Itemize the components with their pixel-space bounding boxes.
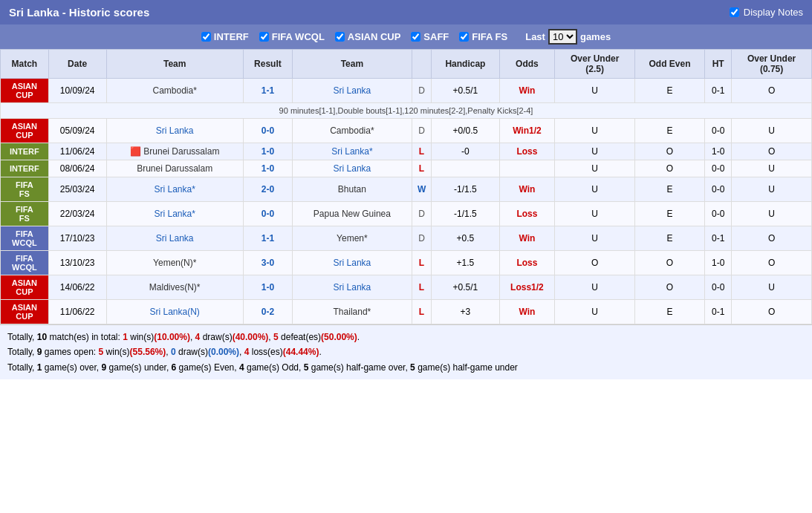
table-row: ASIANCUP 05/09/24 Sri Lanka 0-0 Cambodia… bbox=[1, 119, 812, 143]
table-header-row: Match Date Team Result Team Handicap Odd… bbox=[1, 50, 812, 79]
match-result[interactable]: 3-0 bbox=[243, 251, 292, 275]
match-handicap: +0.5/1 bbox=[432, 275, 499, 300]
team2-name[interactable]: Yemen* bbox=[293, 226, 412, 251]
over-under-25: U bbox=[555, 143, 635, 160]
col-outcome bbox=[412, 50, 432, 79]
match-handicap: +3 bbox=[432, 300, 499, 324]
team2-name[interactable]: Papua New Guinea bbox=[293, 202, 412, 226]
table-row: FIFAFS 25/03/24 Sri Lanka* 2-0 Bhutan W … bbox=[1, 177, 812, 202]
col-over-under-075: Over Under(0.75) bbox=[732, 50, 812, 79]
team2-name[interactable]: Bhutan bbox=[293, 177, 412, 202]
table-row: INTERF 08/06/24 Brunei Darussalam 1-0 Sr… bbox=[1, 160, 812, 177]
col-odd-even: Odd Even bbox=[634, 50, 704, 79]
filter-fifafs-checkbox[interactable] bbox=[459, 32, 469, 42]
filter-fifawcql[interactable]: FIFA WCQL bbox=[259, 31, 325, 42]
match-type-cell: FIFAFS bbox=[1, 177, 49, 202]
filter-interf-label: INTERF bbox=[214, 31, 249, 42]
match-outcome: D bbox=[412, 79, 432, 103]
team1-name[interactable]: Sri Lanka(N) bbox=[106, 300, 243, 324]
over-under-25: U bbox=[555, 160, 635, 177]
last-label: Last bbox=[525, 31, 545, 42]
col-ht: HT bbox=[705, 50, 732, 79]
page-title: Sri Lanka - Historic scores bbox=[9, 6, 149, 19]
odd-even: O bbox=[634, 143, 704, 160]
table-row: FIFAFS 22/03/24 Sri Lanka* 0-0 Papua New… bbox=[1, 202, 812, 226]
match-type-cell: ASIANCUP bbox=[1, 300, 49, 324]
match-result[interactable]: 0-0 bbox=[243, 119, 292, 143]
match-result[interactable]: 0-2 bbox=[243, 300, 292, 324]
match-result[interactable]: 1-0 bbox=[243, 275, 292, 300]
filter-interf[interactable]: INTERF bbox=[201, 31, 249, 42]
col-odds: Odds bbox=[499, 50, 555, 79]
match-result[interactable]: 1-0 bbox=[243, 160, 292, 177]
col-match: Match bbox=[1, 50, 49, 79]
team2-name[interactable]: Cambodia* bbox=[293, 119, 412, 143]
filter-bar: INTERF FIFA WCQL ASIAN CUP SAFF FIFA FS … bbox=[0, 24, 812, 49]
match-odds: Win bbox=[499, 177, 555, 202]
match-result[interactable]: 1-1 bbox=[243, 226, 292, 251]
filter-fifafs[interactable]: FIFA FS bbox=[459, 31, 507, 42]
match-result[interactable]: 0-0 bbox=[243, 202, 292, 226]
table-row: FIFAWCQL 13/10/23 Yemen(N)* 3-0 Sri Lank… bbox=[1, 251, 812, 275]
odd-even: E bbox=[634, 226, 704, 251]
filter-saff[interactable]: SAFF bbox=[411, 31, 449, 42]
match-date: 05/09/24 bbox=[48, 119, 106, 143]
over-under-075: O bbox=[732, 226, 812, 251]
over-under-075: U bbox=[732, 160, 812, 177]
match-handicap: -1/1.5 bbox=[432, 202, 499, 226]
match-type-cell: INTERF bbox=[1, 143, 49, 160]
match-date: 11/06/24 bbox=[48, 143, 106, 160]
match-outcome: L bbox=[412, 275, 432, 300]
odd-even: E bbox=[634, 177, 704, 202]
ht-score: 1-0 bbox=[705, 251, 732, 275]
last-games-select[interactable]: 5 10 15 20 25 30 All bbox=[548, 29, 577, 45]
filter-interf-checkbox[interactable] bbox=[201, 32, 211, 42]
footer-stats: Totally, 10 match(es) in total: 1 win(s)… bbox=[0, 324, 812, 379]
over-under-25: U bbox=[555, 226, 635, 251]
last-games-section: Last 5 10 15 20 25 30 All games bbox=[525, 29, 611, 45]
team1-name[interactable]: Sri Lanka* bbox=[106, 177, 243, 202]
team1-name[interactable]: 🟥 Brunei Darussalam bbox=[106, 143, 243, 160]
match-odds: Loss bbox=[499, 251, 555, 275]
match-odds bbox=[499, 160, 555, 177]
over-under-25: U bbox=[555, 119, 635, 143]
filter-saff-checkbox[interactable] bbox=[411, 32, 420, 42]
games-label: games bbox=[580, 31, 611, 42]
match-odds: Win1/2 bbox=[499, 119, 555, 143]
team2-name[interactable]: Sri Lanka* bbox=[293, 143, 412, 160]
col-date: Date bbox=[48, 50, 106, 79]
match-result[interactable]: 1-1 bbox=[243, 79, 292, 103]
ht-score: 0-1 bbox=[705, 79, 732, 103]
filter-fifawcql-label: FIFA WCQL bbox=[272, 31, 325, 42]
table-row: FIFAWCQL 17/10/23 Sri Lanka 1-1 Yemen* D… bbox=[1, 226, 812, 251]
display-notes-checkbox[interactable] bbox=[730, 7, 739, 17]
team1-name[interactable]: Sri Lanka bbox=[106, 226, 243, 251]
ht-score: 0-0 bbox=[705, 275, 732, 300]
team2-name[interactable]: Sri Lanka bbox=[293, 251, 412, 275]
match-date: 13/10/23 bbox=[48, 251, 106, 275]
filter-asiancup-checkbox[interactable] bbox=[335, 32, 345, 42]
team2-name[interactable]: Sri Lanka bbox=[293, 275, 412, 300]
filter-fifafs-label: FIFA FS bbox=[472, 31, 507, 42]
odd-even: E bbox=[634, 79, 704, 103]
team2-name[interactable]: Thailand* bbox=[293, 300, 412, 324]
match-handicap: +0.5 bbox=[432, 226, 499, 251]
team1-name[interactable]: Cambodia* bbox=[106, 79, 243, 103]
match-date: 11/06/22 bbox=[48, 300, 106, 324]
team1-name[interactable]: Brunei Darussalam bbox=[106, 160, 243, 177]
team2-name[interactable]: Sri Lanka bbox=[293, 160, 412, 177]
match-result[interactable]: 1-0 bbox=[243, 143, 292, 160]
over-under-075: O bbox=[732, 300, 812, 324]
team1-name[interactable]: Sri Lanka bbox=[106, 119, 243, 143]
match-note: 90 minutes[1-1],Double bouts[1-1],120 mi… bbox=[1, 103, 812, 119]
filter-fifawcql-checkbox[interactable] bbox=[259, 32, 269, 42]
team1-name[interactable]: Yemen(N)* bbox=[106, 251, 243, 275]
team2-name[interactable]: Sri Lanka bbox=[293, 79, 412, 103]
match-result[interactable]: 2-0 bbox=[243, 177, 292, 202]
team1-name[interactable]: Maldives(N)* bbox=[106, 275, 243, 300]
footer-line1: Totally, 10 match(es) in total: 1 win(s)… bbox=[7, 330, 805, 344]
filter-asiancup[interactable]: ASIAN CUP bbox=[335, 31, 401, 42]
team1-name[interactable]: Sri Lanka* bbox=[106, 202, 243, 226]
match-handicap: +0.5/1 bbox=[432, 79, 499, 103]
match-odds: Win bbox=[499, 226, 555, 251]
